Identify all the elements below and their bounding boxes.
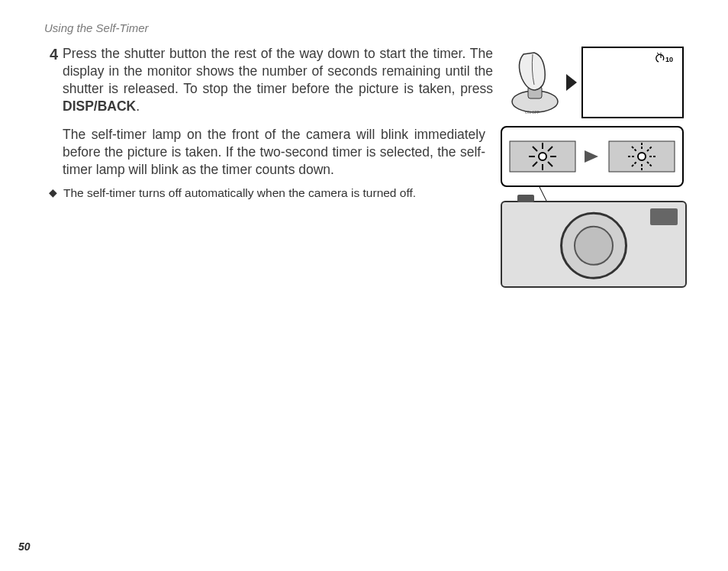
note-bullet-icon: ◆: [49, 186, 57, 200]
camera-lens-icon: [560, 212, 627, 279]
self-timer-lamp-paragraph: The self-timer lamp on the front of the …: [44, 126, 485, 179]
lamp-blink-icon: [508, 134, 577, 179]
camera-figure: [501, 126, 684, 288]
step-number: 4: [44, 45, 58, 115]
step-4: 4 Press the shutter button the rest of t…: [44, 45, 493, 115]
on-off-label: ON OFF: [525, 110, 540, 115]
arrow-right-icon: [585, 150, 600, 163]
step-row: 4 Press the shutter button the rest of t…: [44, 45, 684, 118]
svg-text:10: 10: [665, 56, 673, 63]
note-text: The self-timer turns off automatically w…: [63, 186, 416, 200]
camera-dial-icon: [517, 195, 534, 202]
paragraph-row: The self-timer lamp on the front of the …: [44, 126, 684, 288]
monitor-display: 10 10: [581, 47, 684, 118]
step-text-b: .: [136, 98, 140, 114]
svg-line-28: [539, 185, 546, 201]
arrow-right-icon: [566, 71, 577, 94]
svg-point-8: [539, 153, 546, 160]
page: Using the Self-Timer 4 Press the shutter…: [0, 0, 728, 571]
viewfinder-icon: [650, 208, 678, 225]
svg-line-4: [657, 53, 659, 54]
lamp-callout-box: [501, 126, 684, 187]
timer-icon: 10 10: [655, 53, 676, 66]
step-text: Press the shutter button the rest of the…: [63, 45, 493, 115]
page-number: 50: [18, 540, 31, 553]
page-header: Using the Self-Timer: [44, 21, 684, 34]
note: ◆ The self-timer turns off automatically…: [44, 186, 485, 200]
step-text-a: Press the shutter button the rest of the…: [63, 46, 493, 96]
svg-point-19: [638, 153, 646, 160]
svg-marker-2: [566, 74, 577, 91]
lamp-blink-dim-icon: [607, 134, 676, 179]
camera-illustration: [501, 201, 687, 288]
disp-back-label: DISP/BACK: [63, 98, 136, 114]
shutter-and-monitor-figure: ON OFF 10 10: [508, 47, 684, 118]
svg-marker-17: [585, 150, 598, 163]
shutter-press-illustration: ON OFF: [508, 48, 562, 117]
